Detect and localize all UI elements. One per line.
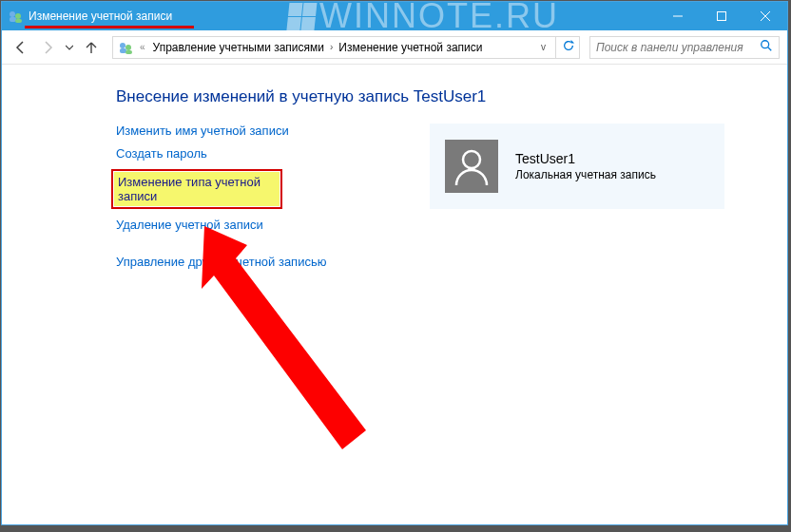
annotation-highlight-box: Изменение типа учетной записи [111, 169, 282, 209]
search-icon[interactable] [760, 39, 773, 55]
link-change-account-type[interactable]: Изменение типа учетной записи [114, 172, 280, 206]
svg-rect-10 [120, 48, 126, 53]
svg-rect-11 [125, 50, 132, 54]
forward-button[interactable] [36, 36, 59, 59]
close-button[interactable] [743, 2, 787, 30]
svg-point-12 [762, 41, 769, 48]
minimize-button[interactable] [656, 2, 700, 30]
link-manage-another-account[interactable]: Управление другой учетной записью [116, 255, 392, 269]
annotation-title-underline [25, 26, 194, 28]
maximize-button[interactable] [700, 2, 743, 30]
svg-rect-2 [10, 17, 16, 22]
control-panel-window: Изменение учетной записи WINNOTE.RU [1, 1, 788, 525]
svg-point-9 [125, 45, 131, 50]
breadcrumb-prefix: « [136, 42, 149, 52]
svg-line-13 [768, 48, 772, 51]
user-info: TestUser1 Локальная учетная запись [515, 151, 656, 181]
user-name: TestUser1 [515, 151, 656, 166]
link-create-password[interactable]: Создать пароль [116, 146, 392, 161]
page-title: Внесение изменений в учетную запись Test… [116, 87, 759, 106]
action-links: Изменить имя учетной записи Создать паро… [116, 124, 392, 269]
breadcrumb-level-2[interactable]: Изменение учетной записи [337, 41, 484, 54]
up-button[interactable] [80, 36, 103, 59]
user-accounts-icon [8, 9, 23, 24]
breadcrumb-bar[interactable]: « Управление учетными записями › Изменен… [112, 36, 580, 59]
chevron-down-icon[interactable]: v [537, 42, 550, 52]
search-box[interactable] [589, 36, 780, 59]
svg-point-1 [15, 13, 21, 19]
svg-point-14 [463, 151, 480, 168]
svg-point-8 [120, 43, 125, 48]
window-title: Изменение учетной записи [29, 10, 172, 23]
user-accounts-icon [117, 39, 134, 56]
link-delete-account[interactable]: Удаление учетной записи [116, 218, 392, 232]
caption-buttons [656, 2, 787, 30]
svg-rect-5 [718, 12, 726, 21]
search-input[interactable] [596, 41, 760, 54]
titlebar: Изменение учетной записи WINNOTE.RU [2, 2, 787, 30]
breadcrumb-level-1[interactable]: Управление учетными записями [151, 41, 326, 54]
svg-point-0 [10, 11, 15, 17]
svg-rect-3 [15, 19, 22, 23]
user-card: TestUser1 Локальная учетная запись [430, 124, 724, 209]
user-account-type: Локальная учетная запись [515, 168, 656, 181]
refresh-button[interactable] [562, 39, 575, 55]
avatar [445, 140, 498, 193]
content-area: Внесение изменений в учетную запись Test… [2, 65, 787, 524]
chevron-right-icon: › [328, 42, 335, 52]
back-button[interactable] [10, 36, 32, 59]
navigation-bar: « Управление учетными записями › Изменен… [2, 30, 787, 65]
link-rename-account[interactable]: Изменить имя учетной записи [116, 124, 392, 138]
recent-locations-button[interactable] [63, 36, 76, 59]
